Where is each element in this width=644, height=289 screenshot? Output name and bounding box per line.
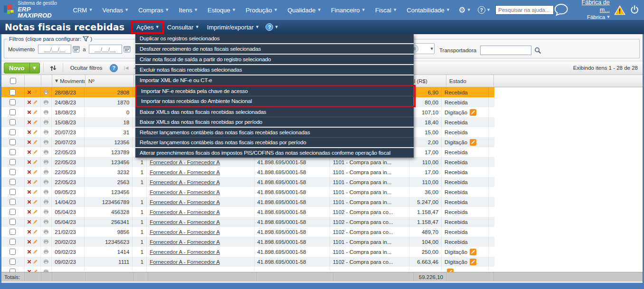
fornecedor-link[interactable]: Fornecedor A - Fornecedor A xyxy=(150,159,220,165)
print-icon[interactable] xyxy=(44,209,48,215)
search-icon[interactable] xyxy=(534,47,541,54)
edit-pencil-icon[interactable] xyxy=(33,199,38,205)
menu-item-importar-notas-recebidas-do-ambiente-nac[interactable]: Importar notas recebidas do Ambiente Nac… xyxy=(137,96,414,106)
row-checkbox[interactable] xyxy=(9,219,16,225)
chat-bubble-icon[interactable] xyxy=(554,3,568,17)
edit-pencil-icon[interactable] xyxy=(33,139,38,145)
table-row[interactable]: 05/04/234563281Fornecedor A - Fornecedor… xyxy=(1,207,494,217)
novo-button[interactable]: Novo ▼ xyxy=(4,63,40,74)
edit-pencil-icon[interactable] xyxy=(33,249,38,255)
table-row[interactable]: 22/05/231234561Fornecedor A - Fornecedor… xyxy=(1,157,494,167)
delete-icon[interactable] xyxy=(28,220,31,224)
edit-pencil-icon[interactable] xyxy=(33,149,38,155)
delete-icon[interactable] xyxy=(28,200,31,204)
chevron-down-icon[interactable]: ▼ xyxy=(275,25,277,29)
nav-menu-fiscal[interactable]: Fiscal ▼ xyxy=(370,0,401,20)
print-icon[interactable] xyxy=(44,269,48,272)
table-row[interactable]: 14/04/231234567891Fornecedor A - Fornece… xyxy=(1,197,494,207)
menu-item-importar-nf-e-recebida-pela-chave-de-ace[interactable]: Importar NF-e recebida pela chave de ace… xyxy=(137,86,414,96)
print-icon[interactable] xyxy=(44,229,48,235)
fornecedor-link[interactable]: Fornecedor A - Fornecedor A xyxy=(150,169,220,175)
edit-pencil-icon[interactable] xyxy=(33,269,38,272)
edit-pencil-icon[interactable] xyxy=(33,229,38,235)
delete-icon[interactable] xyxy=(28,90,31,94)
print-icon[interactable] xyxy=(44,149,48,155)
edit-pencil-icon[interactable] xyxy=(33,109,38,115)
table-row[interactable]: 09/02/2311111Fornecedor A - Fornecedor A… xyxy=(1,257,494,267)
row-checkbox[interactable] xyxy=(9,189,16,195)
nav-menu-compras[interactable]: Compras ▼ xyxy=(133,0,173,20)
table-row[interactable]: 09/05/23123456Fornecedor A - Fornecedor … xyxy=(1,187,494,197)
edit-pencil-icon[interactable] xyxy=(33,159,38,165)
table-row[interactable]: 09/02/2314141Fornecedor A - Fornecedor A… xyxy=(1,247,494,257)
menu-imprimir-exportar[interactable]: Imprimir/exportar ▼ xyxy=(203,22,263,33)
row-checkbox[interactable] xyxy=(9,199,16,205)
warning-icon[interactable] xyxy=(614,5,625,16)
edit-pencil-icon[interactable] xyxy=(33,189,38,195)
menu-item-duplicar-os-registros-selecionados[interactable]: Duplicar os registros selecionados xyxy=(135,34,414,43)
print-icon[interactable] xyxy=(44,189,48,195)
movimento-date-from[interactable] xyxy=(38,45,71,54)
print-icon[interactable] xyxy=(44,179,48,185)
header-total[interactable]: Total (R$) xyxy=(414,75,446,87)
edit-pencil-icon[interactable] xyxy=(33,219,38,225)
menu-item-desfazer-recebimento-de-notas-fiscais-se[interactable]: Desfazer recebimento de notas fiscais se… xyxy=(135,43,414,54)
edit-pencil-icon[interactable] xyxy=(33,239,38,245)
calendar-icon[interactable] xyxy=(123,46,131,53)
print-icon[interactable] xyxy=(44,119,48,125)
menu-acoes[interactable]: Ações ▼ xyxy=(132,22,163,33)
print-icon[interactable] xyxy=(44,239,48,245)
menu-item-importar-xml-de-nf-e-ou-ct-e[interactable]: Importar XML de NF-e ou CT-e xyxy=(135,75,414,85)
delete-icon[interactable] xyxy=(28,100,31,104)
edit-pencil-icon[interactable] xyxy=(33,259,38,265)
delete-icon[interactable] xyxy=(28,210,31,214)
delete-icon[interactable] xyxy=(28,260,31,264)
print-icon[interactable] xyxy=(44,109,48,115)
edit-pencil-icon[interactable] xyxy=(33,99,38,105)
row-checkbox[interactable] xyxy=(9,239,16,245)
row-checkbox[interactable] xyxy=(9,109,16,115)
chevron-down-icon[interactable]: ▼ xyxy=(431,47,433,51)
nav-menu-itens[interactable]: Itens ▼ xyxy=(173,0,202,20)
row-checkbox[interactable] xyxy=(9,229,16,235)
fornecedor-link[interactable]: Fornecedor A - Fornecedor A xyxy=(150,189,220,195)
fornecedor-link[interactable]: Fornecedor A - Fornecedor A xyxy=(150,249,220,255)
chevron-down-icon[interactable]: ▼ xyxy=(30,66,39,70)
table-row[interactable]: 05/04/232563411Fornecedor A - Fornecedor… xyxy=(1,217,494,227)
print-icon[interactable] xyxy=(44,249,48,255)
nav-menu-crm[interactable]: CRM ▼ xyxy=(68,0,97,20)
ocultar-filtros-button[interactable]: Ocultar filtros xyxy=(66,63,106,73)
print-icon[interactable] xyxy=(44,159,48,165)
row-checkbox[interactable] xyxy=(9,249,16,255)
nav-menu-producao[interactable]: Produção ▼ xyxy=(240,0,282,20)
movimento-date-to[interactable] xyxy=(89,45,122,54)
page-help-icon[interactable]: ? xyxy=(265,23,273,31)
digitacao-edit-icon[interactable] xyxy=(470,109,476,116)
calendar-icon[interactable] xyxy=(73,46,80,53)
menu-item-refazer-lancamentos-contabeis-das-notas-[interactable]: Refazer lançamentos contábeis das notas … xyxy=(135,127,414,137)
company-link[interactable]: Fábrica de m... xyxy=(573,0,610,14)
row-checkbox[interactable] xyxy=(9,209,16,215)
delete-icon[interactable] xyxy=(28,240,31,244)
fornecedor-link[interactable]: Fornecedor A - Fornecedor A xyxy=(150,259,220,265)
table-row[interactable]: 22/05/2325631Fornecedor A - Fornecedor A… xyxy=(1,177,494,187)
row-checkbox[interactable] xyxy=(9,159,16,165)
row-checkbox[interactable] xyxy=(9,179,16,185)
first-page-icon[interactable]: |◀ xyxy=(123,65,128,70)
filters-legend[interactable]: Filtros (clique para configurar: ) xyxy=(7,36,94,42)
row-checkbox[interactable] xyxy=(9,99,16,105)
nav-settings-menu[interactable]: ⚙ ▼ xyxy=(455,5,474,15)
fornecedor-link[interactable]: Fornecedor A - Fornecedor A xyxy=(150,239,220,245)
nav-menu-estoque[interactable]: Estoque ▼ xyxy=(202,0,240,20)
menu-consultar[interactable]: Consultar ▼ xyxy=(163,22,203,33)
menu-item-baixar-xmls-das-notas-fiscais-recebidas-[interactable]: Baixar XMLs das notas fiscais recebidas … xyxy=(135,107,414,117)
delete-icon[interactable] xyxy=(28,170,31,174)
edit-pencil-icon[interactable] xyxy=(33,179,38,185)
delete-icon[interactable] xyxy=(28,180,31,184)
delete-icon[interactable] xyxy=(28,250,31,254)
nav-menu-qualidade[interactable]: Qualidade ▼ xyxy=(282,0,326,20)
digitacao-edit-icon[interactable] xyxy=(470,249,476,255)
fornecedor-link[interactable]: Fornecedor A - Fornecedor A xyxy=(150,219,220,225)
toolbar-help-icon[interactable]: ? xyxy=(110,64,118,72)
table-row[interactable]: 20/02/23123456231Fornecedor A - Forneced… xyxy=(1,237,494,247)
